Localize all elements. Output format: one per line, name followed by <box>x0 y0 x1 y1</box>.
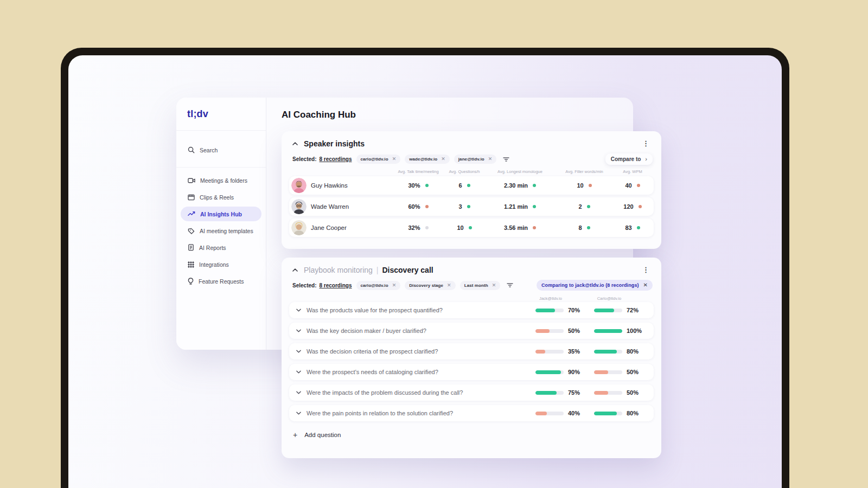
question-row[interactable]: Were the pain points in relation to the … <box>289 405 654 421</box>
chevron-down-icon[interactable] <box>296 329 301 332</box>
status-dot <box>639 205 642 208</box>
score-bar-group: 80% <box>594 410 644 416</box>
question-row[interactable]: Was the key decision maker / buyer clari… <box>289 323 654 339</box>
score-bar-group: 90% <box>535 369 585 375</box>
question-row[interactable]: Was the products value for the prospect … <box>289 302 654 318</box>
filter-chip[interactable]: carlo@tldv.io ✕ <box>356 281 401 290</box>
progress-bar-fill <box>594 329 622 333</box>
progress-bar <box>594 350 622 354</box>
metric-value: 1.21 min <box>504 203 528 210</box>
progress-bar <box>535 309 564 312</box>
compare-to-button[interactable]: Compare to › <box>605 153 653 165</box>
score-percent: 50% <box>627 389 639 396</box>
metric-value: 30% <box>408 182 420 189</box>
filter-chip[interactable]: carlo@tldv.io ✕ <box>356 155 401 164</box>
status-dot <box>467 205 470 208</box>
column-header: Avg. Talk time/meeting <box>394 169 443 174</box>
sidebar-item-label: Integrations <box>199 261 229 268</box>
add-question-button[interactable]: + Add question <box>282 426 661 439</box>
score-percent: 35% <box>568 348 580 355</box>
column-header: Avg. Filler words/min <box>554 169 615 174</box>
sidebar-item-search[interactable]: Search <box>181 143 261 157</box>
question-row[interactable]: Were the prospect's needs of cataloging … <box>289 364 654 380</box>
selected-label: Selected: <box>292 156 316 162</box>
close-icon[interactable]: ✕ <box>392 283 397 288</box>
column-header: Carlo@tldv.io <box>594 296 624 301</box>
table-row[interactable]: Guy Hawkins 30% 6 2.30 min 10 40 <box>289 176 654 195</box>
sidebar: tl;dv Search Meetings & folders <box>176 98 266 350</box>
chevron-down-icon[interactable] <box>296 350 301 353</box>
sidebar-item-ai-reports[interactable]: AI Reports <box>181 240 261 255</box>
metric-value: 3.56 min <box>504 224 528 231</box>
filter-chip[interactable]: Discovery stage ✕ <box>405 281 455 290</box>
metric-value: 2 <box>578 203 582 210</box>
sidebar-item-feature-requests[interactable]: Feature Requests <box>181 274 261 288</box>
score-bar-group: 70% <box>535 307 585 313</box>
card-title: Speaker insights <box>304 139 365 148</box>
close-icon[interactable]: ✕ <box>392 157 397 162</box>
metric-value: 10 <box>457 224 463 231</box>
progress-bar-fill <box>535 309 555 312</box>
speaker-table-body: Guy Hawkins 30% 6 2.30 min 10 40 <box>282 176 661 237</box>
close-icon[interactable]: ✕ <box>492 283 496 288</box>
speaker-table-header: Avg. Talk time/meeting Avg. Questions/h … <box>282 165 661 174</box>
speaker-name: Guy Hawkins <box>304 182 394 189</box>
selected-count-link[interactable]: 8 recordings <box>319 282 352 288</box>
playbook-monitoring-card: Playbook monitoring|Discovery call ⋮ Sel… <box>282 258 661 458</box>
close-icon[interactable]: ✕ <box>488 157 493 162</box>
filter-funnel-icon[interactable] <box>503 157 509 162</box>
question-text: Were the prospect's needs of cataloging … <box>307 369 535 375</box>
filter-funnel-icon[interactable] <box>507 282 513 288</box>
progress-bar <box>535 370 564 374</box>
lightbulb-icon <box>188 278 194 285</box>
close-icon[interactable]: ✕ <box>441 157 445 162</box>
question-row[interactable]: Were the impacts of the problem discusse… <box>289 384 654 401</box>
close-icon[interactable]: ✕ <box>643 282 648 288</box>
comparing-chip[interactable]: Comparing to jack@tldv.io (8 recordings)… <box>537 280 653 291</box>
progress-bar-fill <box>535 350 545 354</box>
kebab-menu-icon[interactable]: ⋮ <box>640 265 652 274</box>
status-dot <box>425 184 429 187</box>
sidebar-item-integrations[interactable]: Integrations <box>181 257 261 272</box>
add-question-label: Add question <box>304 432 341 438</box>
chevron-down-icon[interactable] <box>296 309 301 312</box>
progress-bar <box>594 412 622 415</box>
metric-value: 40 <box>625 182 631 189</box>
kebab-menu-icon[interactable]: ⋮ <box>640 139 652 148</box>
chevron-right-icon: › <box>645 156 647 162</box>
collapse-chevron-up-icon[interactable] <box>292 268 298 272</box>
score-percent: 70% <box>568 307 580 313</box>
score-bar-group: 80% <box>594 348 644 355</box>
sidebar-item-ai-meeting-templates[interactable]: AI meeting templates <box>181 223 261 238</box>
score-percent: 80% <box>627 410 639 416</box>
title-divider: | <box>376 266 379 274</box>
collapse-chevron-up-icon[interactable] <box>292 142 298 145</box>
score-bar-group: 35% <box>535 348 585 355</box>
sidebar-item-ai-insights-hub[interactable]: AI Insights Hub <box>181 207 261 221</box>
page-title: AI Coaching Hub <box>282 110 356 120</box>
filter-chip[interactable]: wade@tldv.io ✕ <box>405 155 450 164</box>
chevron-down-icon[interactable] <box>296 370 301 374</box>
speaker-name: Jane Cooper <box>304 224 394 231</box>
chevron-down-icon[interactable] <box>296 391 301 394</box>
sidebar-item-label: Clips & Reels <box>200 194 234 201</box>
status-dot <box>587 226 590 229</box>
metric-value: 120 <box>623 203 633 210</box>
progress-bar <box>594 309 622 312</box>
filter-chip[interactable]: Last month ✕ <box>460 281 501 290</box>
question-row[interactable]: Was the decision criteria of the prospec… <box>289 343 654 359</box>
sidebar-item-clips-reels[interactable]: Clips & Reels <box>181 190 261 204</box>
progress-bar <box>594 370 622 374</box>
chevron-down-icon[interactable] <box>296 412 301 415</box>
progress-bar <box>535 391 564 395</box>
filter-chip[interactable]: jane@tldv.io ✕ <box>454 155 497 164</box>
close-icon[interactable]: ✕ <box>447 283 451 288</box>
selected-count-link[interactable]: 8 recordings <box>319 156 352 162</box>
progress-bar-fill <box>535 391 557 395</box>
table-row[interactable]: Jane Cooper 32% 10 3.56 min 8 83 <box>289 219 654 237</box>
status-dot <box>533 226 536 229</box>
sidebar-item-meetings-folders[interactable]: Meetings & folders <box>181 173 261 188</box>
score-bar-group: 50% <box>594 389 644 396</box>
table-row[interactable]: Wade Warren 60% 3 1.21 min 2 120 <box>289 197 654 216</box>
card-title-muted: Playbook monitoring <box>304 266 373 274</box>
